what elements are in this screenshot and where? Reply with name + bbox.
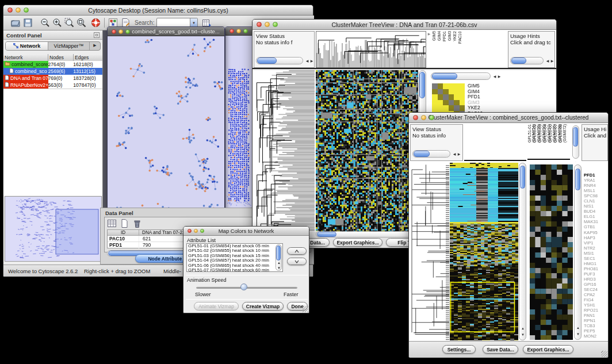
minimize-icon[interactable] xyxy=(421,115,426,120)
scrollbar-thumb[interactable] xyxy=(573,127,578,147)
network1-titlebar[interactable]: combined_scores_good.txt--cluste... xyxy=(108,27,224,36)
minimize-icon[interactable] xyxy=(16,7,21,13)
open-folder-icon[interactable] xyxy=(10,17,21,28)
usage-hints-hscrollbar[interactable] xyxy=(510,57,544,64)
close-icon[interactable] xyxy=(7,7,13,13)
speed-slider-thumb[interactable] xyxy=(240,283,247,290)
minimize-icon[interactable] xyxy=(236,29,241,33)
birdseye-view[interactable] xyxy=(5,196,102,262)
close-icon[interactable] xyxy=(188,229,192,233)
save-icon[interactable] xyxy=(22,17,33,28)
float-panel-icon[interactable] xyxy=(94,32,100,38)
gene-list[interactable]: PFD1YRA1RNR4MSL1SPC98CLN1NIS1BUD4ELG1MAK… xyxy=(584,173,608,339)
row-dendrogram[interactable] xyxy=(254,70,315,231)
zoom-selected-icon[interactable] xyxy=(64,17,75,28)
zoom-window-icon[interactable] xyxy=(429,115,434,120)
scroll-left-icon[interactable] xyxy=(545,59,550,64)
scroll-down-icon[interactable] xyxy=(576,332,580,337)
scrollbar-thumb[interactable] xyxy=(575,168,580,190)
export-graphics-button[interactable]: Export Graphics... xyxy=(333,238,382,247)
save-data-button[interactable]: Save Data... xyxy=(483,345,518,354)
zoom-out-icon[interactable] xyxy=(40,17,51,28)
scrollbar-thumb[interactable] xyxy=(419,72,425,98)
scrollbar-thumb[interactable] xyxy=(520,166,525,189)
scroll-down-icon[interactable] xyxy=(277,266,281,271)
scrollbar-thumb[interactable] xyxy=(276,246,281,260)
tab-network[interactable]: Network xyxy=(6,42,48,50)
dialog-titlebar[interactable]: Map Colors to Network xyxy=(183,227,309,236)
scrollbar-thumb[interactable] xyxy=(432,73,457,79)
close-icon[interactable] xyxy=(112,29,116,34)
new-attribute-icon[interactable] xyxy=(120,219,129,228)
network-row-rnapuber[interactable]: RNAPuberNov2+| 563(0) 107847(0) xyxy=(3,82,102,89)
settings-button[interactable]: Settings... xyxy=(442,345,476,354)
scrollbar-thumb[interactable] xyxy=(511,58,526,64)
view-status-hscrollbar[interactable] xyxy=(412,150,450,158)
heatmap-main[interactable] xyxy=(316,70,418,231)
close-icon[interactable] xyxy=(413,115,418,120)
network-row-dna-tran[interactable]: DNA and Tran 07 769(0) 183728(0) xyxy=(3,75,102,82)
minimize-icon[interactable] xyxy=(265,22,270,27)
heatmap-main[interactable] xyxy=(450,163,518,340)
treeview1-titlebar[interactable]: ClusterMaker TreeView : DNA and Tran 07-… xyxy=(253,20,556,30)
scroll-right-icon[interactable] xyxy=(550,59,554,64)
col-nodes[interactable]: Nodes xyxy=(48,54,74,61)
help-lifesaver-icon[interactable] xyxy=(90,17,101,28)
main-titlebar[interactable]: Cytoscape Desktop (Session Name: collins… xyxy=(3,5,313,16)
attribute-list-vscrollbar[interactable] xyxy=(276,244,282,271)
attribute-list[interactable]: GPL51-01 (GSM854) heat shock 05 minGPL51… xyxy=(186,243,283,272)
col-edges[interactable]: Edges xyxy=(74,54,102,61)
scrollbar-thumb[interactable] xyxy=(257,58,277,64)
scroll-right-icon[interactable] xyxy=(457,152,461,157)
move-down-button[interactable] xyxy=(287,258,307,265)
animate-vizmap-button[interactable]: Animate Vizmap xyxy=(194,302,239,311)
scroll-up-icon[interactable] xyxy=(576,326,580,331)
create-vizmap-button[interactable]: Create Vizmap xyxy=(242,302,284,311)
row-dendrogram[interactable] xyxy=(410,163,449,340)
resize-grip[interactable] xyxy=(601,351,607,357)
zoom-fit-icon[interactable] xyxy=(76,17,87,28)
similarity-matrix[interactable] xyxy=(432,83,465,116)
scroll-right-icon[interactable] xyxy=(497,75,502,79)
scroll-up-icon[interactable] xyxy=(277,261,281,266)
expander-icon[interactable] xyxy=(427,32,431,37)
move-up-button[interactable] xyxy=(287,247,307,255)
view-status-hscrollbar[interactable] xyxy=(256,57,303,64)
resize-grip[interactable] xyxy=(302,306,308,312)
export-graphics-button[interactable]: Export Graphics... xyxy=(523,345,573,354)
close-icon[interactable] xyxy=(230,29,234,33)
minimize-icon[interactable] xyxy=(118,29,123,34)
column-labels-vscrollbar[interactable] xyxy=(572,125,579,159)
zoom-in-icon[interactable] xyxy=(52,17,63,28)
scroll-left-icon[interactable] xyxy=(452,152,457,157)
zoom-window-icon[interactable] xyxy=(24,7,29,13)
zoom-window-icon[interactable] xyxy=(243,29,248,33)
minimize-icon[interactable] xyxy=(194,229,198,233)
matrix-hscrollbar[interactable] xyxy=(431,72,491,80)
treeview2-titlebar[interactable]: ClusterMaker TreeView : combined_scores_… xyxy=(409,113,608,123)
heatmap-vscrollbar[interactable] xyxy=(519,163,526,340)
col-id[interactable]: ID xyxy=(108,230,139,235)
zoom-vscrollbar[interactable] xyxy=(574,164,582,340)
close-icon[interactable] xyxy=(257,22,262,27)
scrollbar-thumb[interactable] xyxy=(317,232,336,237)
scroll-up-icon[interactable] xyxy=(521,327,525,331)
heatmap-zoom-view[interactable] xyxy=(530,164,573,340)
zoom-window-icon[interactable] xyxy=(273,22,278,27)
scroll-left-icon[interactable] xyxy=(305,59,309,64)
scrollbar-thumb[interactable] xyxy=(414,151,430,157)
column-dendrogram[interactable] xyxy=(316,31,426,68)
search-dropdown-icon[interactable] xyxy=(190,18,197,27)
col-network[interactable]: Network xyxy=(3,54,48,61)
network-row-combined-sco-selected[interactable]: combined_sco 2569(6) 13112(15) xyxy=(3,68,102,75)
scroll-down-icon[interactable] xyxy=(521,333,525,338)
network-row-combined-scores[interactable]: combined_scores 2764(0) 16218(0) xyxy=(3,61,102,68)
network-canvas-1[interactable] xyxy=(108,36,224,212)
scroll-right-icon[interactable] xyxy=(309,59,314,64)
tab-vizmapper[interactable]: VizMapper™ xyxy=(48,42,90,50)
attribute-table-icon[interactable] xyxy=(107,219,117,228)
delete-attribute-icon[interactable] xyxy=(132,219,142,228)
zoom-window-icon[interactable] xyxy=(200,229,204,233)
treeview1-bottom-hscrollbar[interactable] xyxy=(316,231,418,237)
scroll-left-icon[interactable] xyxy=(492,75,497,79)
